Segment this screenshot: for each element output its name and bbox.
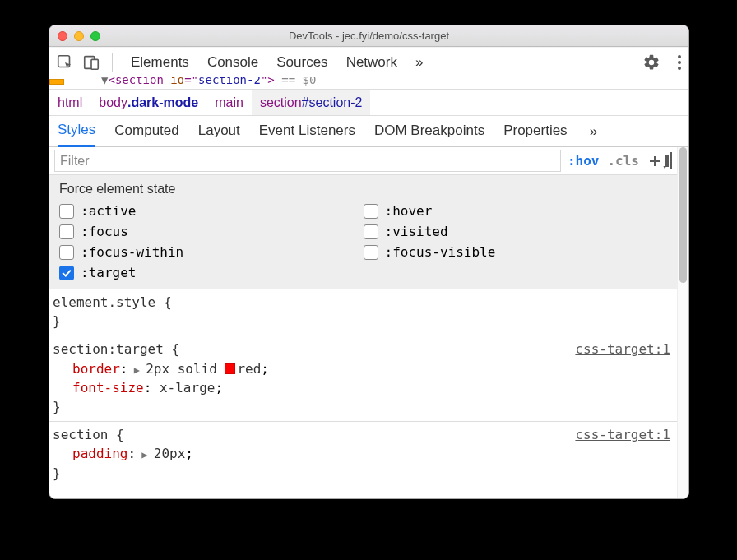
zoom-window-button[interactable] [90, 31, 100, 41]
force-visited-checkbox[interactable]: :visited [364, 224, 668, 239]
traffic-lights [58, 31, 100, 41]
crumb-main[interactable]: main [206, 90, 252, 115]
expand-shorthand-icon[interactable]: ▶ [127, 364, 146, 376]
scrollbar-thumb[interactable] [679, 147, 687, 283]
css-declaration[interactable]: border: ▶ 2px solid red; [53, 359, 670, 378]
titlebar: DevTools - jec.fyi/demo/css-target [49, 25, 688, 47]
color-swatch-icon[interactable] [225, 363, 235, 374]
crumb-html[interactable]: html [49, 90, 90, 115]
styles-filter-bar: :hov .cls ▾ [49, 147, 677, 175]
force-focus-checkbox[interactable]: :focus [59, 224, 364, 239]
new-style-rule-button[interactable]: ▾ [647, 154, 662, 169]
force-active-checkbox[interactable]: :active [59, 203, 364, 219]
crumb-body[interactable]: body.dark-mode [90, 90, 206, 115]
tab-sources[interactable]: Sources [276, 54, 327, 71]
toggle-sidebar-icon[interactable] [670, 153, 672, 169]
svg-point-3 [678, 55, 681, 58]
styletab-computed[interactable]: Computed [114, 117, 178, 146]
force-state-title: Force element state [59, 182, 667, 197]
force-focus-visible-checkbox[interactable]: :focus-visible [364, 244, 668, 260]
checkbox-icon [364, 204, 378, 219]
devtools-window: DevTools - jec.fyi/demo/css-target Eleme… [49, 25, 689, 499]
close-window-button[interactable] [58, 31, 67, 41]
svg-point-4 [678, 61, 681, 64]
styletab-styles[interactable]: Styles [58, 116, 95, 147]
svg-point-5 [678, 67, 681, 70]
checkbox-icon [364, 245, 378, 260]
dom-tree-peek[interactable]: ▼<section id="section-2"> == $0 [49, 77, 688, 90]
rule-source-link[interactable]: css-target:1 [575, 425, 670, 444]
checkbox-icon [59, 204, 74, 219]
toggle-cls-button[interactable]: .cls [607, 153, 639, 169]
dom-breadcrumb: html body.dark-mode main section#section… [49, 90, 688, 116]
rule-selector[interactable]: section [53, 427, 108, 442]
crumb-section[interactable]: section#section-2 [252, 90, 371, 115]
rule-selector[interactable]: element.style [53, 294, 155, 310]
minimize-window-button[interactable] [74, 31, 84, 41]
tab-network[interactable]: Network [346, 54, 397, 71]
checkbox-icon [59, 224, 74, 239]
main-tabs: Elements Console Sources Network » [124, 54, 423, 71]
kebab-menu-icon[interactable] [677, 53, 682, 72]
css-declaration[interactable]: padding: ▶ 20px; [53, 444, 670, 463]
force-hover-checkbox[interactable]: :hover [364, 203, 668, 219]
styletab-event-listeners[interactable]: Event Listeners [259, 117, 355, 146]
css-rule-element-style[interactable]: element.style { } [49, 289, 677, 336]
styletab-dom-breakpoints[interactable]: DOM Breakpoints [374, 117, 484, 146]
expand-shorthand-icon[interactable]: ▶ [136, 449, 154, 460]
rule-selector[interactable]: section:target [53, 341, 164, 357]
css-rule-section-target[interactable]: css-target:1 section:target { border: ▶ … [49, 336, 677, 422]
rule-source-link[interactable]: css-target:1 [575, 340, 670, 359]
toolbar-divider [112, 53, 113, 72]
force-focus-within-checkbox[interactable]: :focus-within [59, 244, 364, 260]
checkbox-icon [59, 245, 74, 260]
css-declaration[interactable]: font-size: x-large; [53, 378, 670, 397]
settings-gear-icon[interactable] [642, 53, 661, 72]
css-rule-section[interactable]: css-target:1 section { padding: ▶ 20px; … [49, 422, 677, 488]
more-tabs-icon[interactable]: » [415, 54, 423, 71]
device-toolbar-icon[interactable] [82, 53, 100, 72]
window-title: DevTools - jec.fyi/demo/css-target [289, 30, 449, 42]
checkbox-icon [364, 224, 378, 239]
styles-panel-tabs: Styles Computed Layout Event Listeners D… [49, 116, 688, 147]
more-styletabs-icon[interactable]: » [590, 123, 597, 140]
tab-console[interactable]: Console [207, 54, 258, 71]
highlight-marker [49, 79, 64, 85]
tab-elements[interactable]: Elements [131, 54, 189, 71]
styles-filter-input[interactable] [54, 150, 561, 172]
main-toolbar: Elements Console Sources Network » [49, 47, 688, 77]
vertical-scrollbar[interactable] [677, 147, 688, 498]
inspect-element-icon[interactable] [56, 53, 74, 72]
checkbox-checked-icon [59, 266, 74, 280]
force-target-checkbox[interactable]: :target [59, 265, 364, 280]
svg-rect-2 [91, 59, 98, 69]
toggle-hov-button[interactable]: :hov [568, 153, 600, 169]
styletab-layout[interactable]: Layout [198, 117, 240, 146]
styletab-properties[interactable]: Properties [503, 117, 567, 146]
force-element-state-panel: Force element state :active :hover :focu… [49, 175, 677, 289]
